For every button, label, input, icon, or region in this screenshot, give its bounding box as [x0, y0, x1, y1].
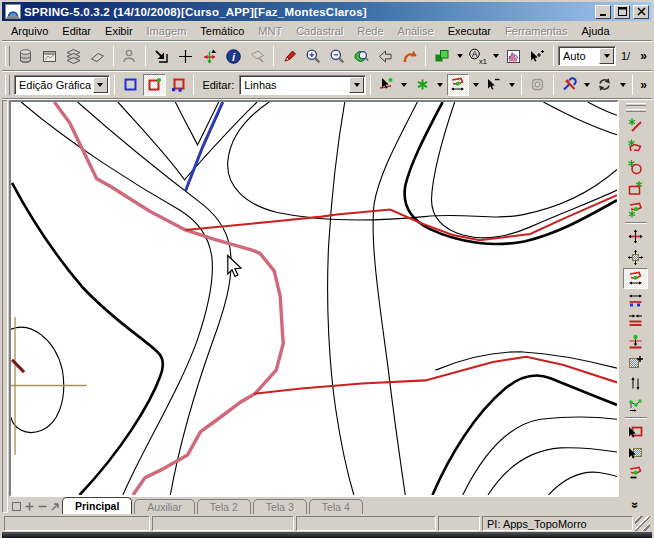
tab-principal[interactable]: Principal	[62, 497, 132, 514]
pointer-plus-icon[interactable]	[526, 45, 549, 67]
view-remove-button[interactable]	[36, 500, 49, 513]
pan-arrows-icon[interactable]	[198, 45, 221, 67]
red-rect-green-dot-icon[interactable]	[143, 74, 166, 96]
selected-line[interactable]	[54, 102, 283, 495]
title-bar[interactable]: SPRING-5.0.3.2 (14/10/2008)[Curso_APP][F…	[2, 2, 652, 21]
refresh-icon[interactable]	[594, 74, 617, 96]
sidebar-grip[interactable]	[626, 103, 646, 106]
refresh-dropdown[interactable]	[617, 74, 628, 96]
recompose-icon[interactable]	[430, 45, 453, 67]
menu-arquivo[interactable]: Arquivo	[4, 23, 55, 39]
edit-vertices-icon[interactable]	[623, 394, 648, 415]
close-button[interactable]	[633, 5, 649, 19]
move-point-icon[interactable]	[623, 226, 648, 247]
select-area-icon[interactable]	[623, 442, 648, 463]
tab-tela3[interactable]: Tela 3	[253, 499, 307, 514]
app-icon	[5, 4, 21, 19]
maximize-button[interactable]	[614, 5, 630, 19]
edit-mode-combobox[interactable]: Edição Gráfica	[14, 75, 110, 95]
menu-tematico[interactable]: Temático	[193, 23, 251, 39]
edit-shape-icon[interactable]	[623, 199, 648, 220]
info-icon[interactable]: i	[222, 45, 245, 67]
draw-pencil-icon[interactable]	[278, 45, 301, 67]
edit-line-selected-icon[interactable]	[623, 268, 648, 289]
cursor-line-dropdown[interactable]	[399, 74, 410, 96]
zoom-selection-icon[interactable]	[350, 45, 373, 67]
sidebar-overflow-chevron[interactable]: »	[629, 502, 643, 509]
toolbar-overflow-chevron[interactable]: »	[637, 49, 650, 63]
remove-element-icon[interactable]	[623, 463, 648, 484]
status-panel-2	[152, 516, 294, 531]
create-rectangle-icon[interactable]	[623, 178, 648, 199]
tab-tela4[interactable]: Tela 4	[309, 499, 363, 514]
create-circle-icon[interactable]	[623, 157, 648, 178]
tools-dropdown[interactable]	[582, 74, 593, 96]
cursor-minus-dropdown[interactable]	[506, 74, 517, 96]
menu-exibir[interactable]: Exibir	[98, 23, 140, 39]
person-icon[interactable]	[118, 45, 141, 67]
main-toolbar: i Ax1 Auto 1/ »	[2, 42, 652, 71]
index-contour-line	[12, 183, 163, 495]
toolbar-separator	[370, 75, 371, 95]
resize-grip[interactable]	[635, 516, 650, 531]
database-icon[interactable]	[14, 45, 37, 67]
window-bottom-edge	[2, 532, 652, 538]
previous-icon[interactable]	[374, 45, 397, 67]
create-polyline-icon[interactable]	[623, 136, 648, 157]
layers-icon[interactable]	[62, 45, 85, 67]
flip-direction-icon[interactable]	[623, 373, 648, 394]
menu-editar[interactable]: Editar	[55, 23, 98, 39]
histogram-icon[interactable]	[502, 45, 525, 67]
toolbar-separator	[521, 75, 522, 95]
image-registration-icon[interactable]	[38, 45, 61, 67]
menu-ajuda[interactable]: Ajuda	[574, 23, 616, 39]
extend-line-icon[interactable]	[623, 289, 648, 310]
cursor-line-icon[interactable]	[375, 74, 398, 96]
tab-auxiliar[interactable]: Auxiliar	[134, 499, 194, 514]
merge-lines-icon[interactable]	[623, 310, 648, 331]
zoom-in-icon[interactable]	[302, 45, 325, 67]
blue-rect-icon[interactable]	[119, 74, 142, 96]
create-line-icon[interactable]	[623, 115, 648, 136]
snap-point-icon[interactable]	[623, 331, 648, 352]
edit-mode-combo-arrow[interactable]	[93, 77, 108, 93]
toolbar-grip[interactable]	[5, 75, 10, 95]
edit-target-combo-arrow[interactable]	[349, 77, 364, 93]
scale-x1-icon[interactable]: Ax1	[466, 45, 489, 67]
asterisk-dropdown[interactable]	[435, 74, 446, 96]
toolbar-overflow-chevron[interactable]: »	[637, 78, 650, 92]
scale-dropdown[interactable]	[490, 45, 501, 67]
edit-line-dropdown[interactable]	[470, 74, 481, 96]
view-detach-button[interactable]	[49, 500, 62, 513]
contour-line	[588, 102, 617, 115]
toolbar-grip[interactable]	[5, 46, 10, 66]
cursor-minus-icon[interactable]	[482, 74, 505, 96]
menu-ferramentas: Ferramentas	[498, 23, 574, 39]
index-contour-line	[405, 102, 617, 244]
plus-cursor-icon[interactable]	[174, 45, 197, 67]
minimize-button[interactable]	[595, 5, 611, 19]
select-polygon-icon[interactable]	[623, 421, 648, 442]
view-add-button[interactable]	[23, 500, 36, 513]
eraser-icon[interactable]	[86, 45, 109, 67]
view-restore-button[interactable]	[10, 500, 23, 513]
tab-tela2[interactable]: Tela 2	[197, 499, 251, 514]
move-area-icon[interactable]	[623, 247, 648, 268]
add-area-icon[interactable]	[623, 352, 648, 373]
menu-executar[interactable]: Executar	[441, 23, 498, 39]
contour-lines	[11, 102, 617, 495]
edit-line-icon[interactable]	[447, 74, 470, 96]
zoom-mode-combobox[interactable]: Auto	[558, 46, 616, 66]
corner-arrow-icon[interactable]	[150, 45, 173, 67]
edit-target-combobox[interactable]: Linhas	[239, 75, 366, 95]
asterisk-icon[interactable]	[411, 74, 434, 96]
tools-icon[interactable]	[558, 74, 581, 96]
recompose-dropdown[interactable]	[454, 45, 465, 67]
zoom-out-icon[interactable]	[326, 45, 349, 67]
sidebar-grip[interactable]	[626, 109, 646, 112]
red-rect-blue-dots-icon[interactable]	[167, 74, 190, 96]
map-canvas[interactable]	[9, 100, 619, 497]
zoom-mode-combo-arrow[interactable]	[599, 48, 614, 64]
undo-icon[interactable]	[398, 45, 421, 67]
menu-imagem: Imagem	[140, 23, 194, 39]
